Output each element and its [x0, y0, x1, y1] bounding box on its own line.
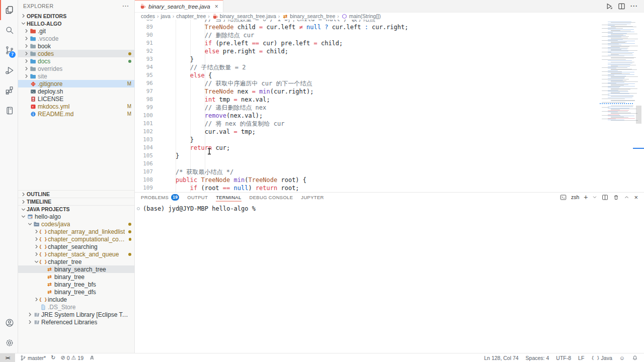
remote-indicator[interactable]: ><: [0, 353, 15, 362]
code-line-104: 104 return cur;: [135, 144, 599, 152]
tree-item--ds_store[interactable]: .DS_Store: [18, 303, 134, 311]
tree-item--vscode[interactable]: .vscode: [18, 35, 134, 42]
section-java-projects[interactable]: JAVA PROJECTS: [18, 205, 134, 213]
breadcrumb-separator: ›: [278, 13, 280, 19]
tree-item-codes[interactable]: codes: [18, 50, 134, 57]
new-terminal-icon[interactable]: +: [584, 195, 588, 200]
activity-settings-icon[interactable]: [0, 333, 18, 353]
split-terminal-icon[interactable]: [602, 194, 608, 201]
section-timeline[interactable]: TIMELINE: [18, 198, 134, 205]
tree-item--git[interactable]: .git: [18, 27, 134, 35]
section-outline[interactable]: OUTLINE: [18, 190, 134, 198]
tree-item-binary_tree_dfs[interactable]: ⇄binary_tree_dfs: [18, 288, 134, 296]
git-branch-status[interactable]: master*: [20, 355, 46, 361]
breadcrumb-5[interactable]: ⇄binary_search_tree: [282, 13, 335, 20]
code-area[interactable]: 88 // 当子结点数量 = 0 / 1 时，child = null / 该子…: [135, 20, 644, 192]
tree-item-overrides[interactable]: overrides: [18, 65, 134, 72]
panel-tab-terminal[interactable]: TERMINAL: [216, 193, 241, 202]
activity-account-icon[interactable]: [0, 313, 18, 333]
notifications-bell-icon[interactable]: [632, 355, 638, 361]
code-line-93: 93 }: [135, 55, 599, 63]
shell-label[interactable]: zsh: [571, 194, 579, 200]
section-hello-algo[interactable]: HELLO-ALGO: [18, 20, 134, 27]
breadcrumb-3[interactable]: chapter_tree: [176, 13, 206, 19]
activity-extensions-icon[interactable]: [0, 80, 18, 101]
feedback-icon[interactable]: ☺: [619, 355, 625, 361]
tree-item--gitignore[interactable]: .gitignoreM: [18, 80, 134, 87]
tab-close-icon[interactable]: ×: [215, 3, 218, 10]
tree-item-jre-system-library-eclipse-temurin-17-17-[interactable]: JRE System Library [Eclipse Temurin 17 […: [18, 311, 134, 318]
sidebar-title-row: EXPLORER ···: [18, 0, 134, 12]
terminal-content[interactable]: (base) jyd@JYD-MBP hello-algo %: [135, 202, 644, 212]
git-change-dot: [128, 52, 131, 55]
tree-item-chapter_array_and_linkedlist[interactable]: { }chapter_array_and_linkedlist: [18, 228, 134, 235]
tree-item-book[interactable]: book: [18, 42, 134, 50]
sync-status[interactable]: ↻: [51, 354, 55, 361]
problems-status[interactable]: ⊘0 ⚠19: [60, 354, 84, 361]
breadcrumb-6[interactable]: main(String[]): [341, 13, 381, 20]
tree-item-referenced-libraries[interactable]: Referenced Libraries: [18, 318, 134, 326]
tree-item-chapter_computational_complexity[interactable]: { }chapter_computational_complexity: [18, 235, 134, 243]
terminal-profile-icon[interactable]: [560, 194, 567, 201]
panel-tab-bar: PROBLEMS19OUTPUTTERMINALDEBUG CONSOLEJUP…: [135, 193, 644, 202]
cursor-position[interactable]: Ln 128, Col 74: [484, 355, 518, 361]
tree-item-hello-algo[interactable]: hello-algo: [18, 213, 134, 220]
close-panel-icon[interactable]: ×: [634, 194, 638, 201]
eol[interactable]: LF: [578, 355, 584, 361]
activity-run-debug-icon[interactable]: [0, 60, 18, 80]
activity-explorer-icon[interactable]: [0, 0, 18, 20]
panel-tab-problems[interactable]: PROBLEMS19: [141, 193, 179, 202]
tree-item-include[interactable]: { }include: [18, 296, 134, 303]
breadcrumb-4[interactable]: binary_search_tree.java: [212, 13, 276, 20]
tree-item-readme-md[interactable]: README.mdM: [18, 110, 134, 118]
panel-tab-debug-console[interactable]: DEBUG CONSOLE: [250, 193, 293, 202]
tree-item-chapter_tree[interactable]: { }chapter_tree: [18, 258, 134, 265]
tree-item-license[interactable]: LICENSE: [18, 95, 134, 103]
code-line-107: 107 /* 获取最小结点 */: [135, 168, 599, 176]
activity-notebook-icon[interactable]: [0, 101, 18, 121]
sidebar-more-actions-icon[interactable]: ···: [123, 3, 130, 9]
editor-scrollbar[interactable]: [636, 106, 641, 124]
tree-item-chapter_searching[interactable]: { }chapter_searching: [18, 243, 134, 250]
breadcrumb-1[interactable]: codes: [141, 13, 155, 19]
activity-search-icon[interactable]: [0, 20, 18, 40]
breadcrumb-separator: ›: [157, 13, 159, 19]
git-change-dot: [128, 253, 131, 256]
more-actions-icon[interactable]: ···: [630, 3, 638, 10]
git-modified-badge: M: [127, 104, 131, 109]
code-lines: 88 // 当子结点数量 = 0 / 1 时，child = null / 该子…: [135, 20, 599, 192]
breadcrumb-2[interactable]: java: [161, 13, 171, 19]
encoding[interactable]: UTF-8: [556, 355, 571, 361]
tab-binary-search-tree[interactable]: binary_search_tree.java ×: [135, 0, 223, 12]
breadcrumbs: codes›java›chapter_tree›binary_search_tr…: [135, 13, 644, 20]
language-mode[interactable]: { }Java: [591, 355, 612, 361]
tree-item-deploy-sh[interactable]: deploy.sh: [18, 87, 134, 95]
breadcrumb-separator: ›: [173, 13, 175, 19]
panel-tab-jupyter[interactable]: JUPYTER: [301, 193, 324, 202]
panel-tab-output[interactable]: OUTPUT: [187, 193, 208, 202]
command-decoration: [137, 207, 140, 210]
tree-item-binary_tree_bfs[interactable]: ⇄binary_tree_bfs: [18, 281, 134, 288]
maximize-panel-icon[interactable]: [624, 195, 629, 200]
section-open-editors[interactable]: OPEN EDITORS: [18, 12, 134, 20]
code-line-91: 91 if (pre.left == cur) pre.left = child…: [135, 39, 599, 47]
tree-item-mkdocs-yml[interactable]: mkdocs.ymlM: [18, 103, 134, 110]
tree-item-binary_tree[interactable]: ⇄binary_tree: [18, 273, 134, 281]
tree-item-binary_search_tree[interactable]: ⇄binary_search_tree: [18, 265, 134, 273]
tree-item-site[interactable]: site: [18, 72, 134, 80]
code-line-108: 108 public TreeNode min(TreeNode root) {: [135, 176, 599, 184]
java-server-status[interactable]: [89, 355, 95, 361]
tree-item-chapter_stack_and_queue[interactable]: { }chapter_stack_and_queue: [18, 250, 134, 258]
minimap[interactable]: [600, 20, 633, 121]
kill-terminal-icon[interactable]: [613, 194, 619, 201]
error-count: 0: [67, 355, 70, 361]
code-line-102: 102 cur.val = tmp;: [135, 128, 599, 136]
run-button[interactable]: [605, 3, 613, 10]
breadcrumb-separator: ›: [208, 13, 210, 19]
tree-item-docs[interactable]: docs: [18, 57, 134, 65]
indentation[interactable]: Spaces: 4: [526, 355, 549, 361]
split-editor-icon[interactable]: [618, 3, 625, 10]
activity-source-control-icon[interactable]: 7: [0, 40, 18, 60]
terminal-dropdown-icon[interactable]: [592, 195, 597, 200]
tree-item-codes-java[interactable]: codes/java: [18, 220, 134, 228]
